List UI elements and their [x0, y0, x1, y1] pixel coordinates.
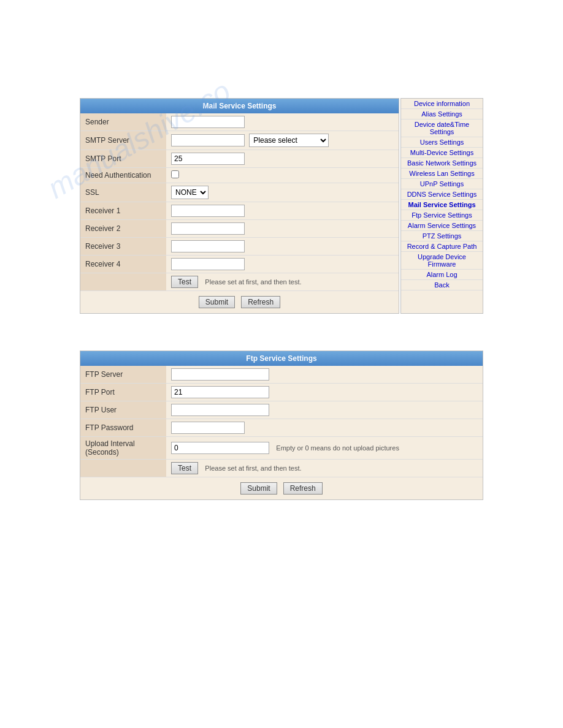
receiver2-value-cell: [166, 220, 399, 238]
sidebar-item-datetime-settings[interactable]: Device date&Time Settings: [401, 119, 483, 137]
need-auth-checkbox[interactable]: [171, 170, 179, 178]
ftp-port-row: FTP Port: [80, 384, 483, 401]
smtp-port-value-cell: [166, 150, 399, 168]
ftp-password-label: FTP Password: [80, 419, 166, 437]
receiver2-input[interactable]: [171, 222, 245, 235]
upload-interval-input[interactable]: [171, 442, 269, 454]
mail-refresh-button[interactable]: Refresh: [241, 296, 280, 308]
ssl-select[interactable]: NONE SSL TLS: [171, 186, 209, 199]
ftp-user-value-cell: [166, 401, 483, 419]
ftp-panel-title: Ftp Service Settings: [80, 351, 483, 366]
ftp-port-value-cell: [166, 384, 483, 401]
ftp-test-cell: Test Please set at first, and then test.: [166, 460, 483, 477]
ftp-settings-panel: Ftp Service Settings FTP Server FTP Port: [80, 351, 483, 500]
sidebar-item-ftp-service[interactable]: Ftp Service Settings: [401, 210, 483, 221]
sidebar-item-alias-settings[interactable]: Alias Settings: [401, 109, 483, 119]
ftp-password-value-cell: [166, 419, 483, 437]
ftp-port-input[interactable]: [171, 386, 269, 398]
smtp-server-select[interactable]: Please select: [249, 134, 329, 147]
receiver4-input[interactable]: [171, 258, 245, 270]
mail-submit-button[interactable]: Submit: [199, 296, 235, 308]
sender-label: Sender: [80, 113, 166, 131]
ftp-section: Ftp Service Settings FTP Server FTP Port: [80, 351, 483, 500]
ftp-server-label: FTP Server: [80, 366, 166, 384]
receiver3-input[interactable]: [171, 240, 245, 252]
receiver3-row: Receiver 3: [80, 238, 399, 256]
ftp-server-value-cell: [166, 366, 483, 384]
mail-test-cell: Test Please set at first, and then test.: [166, 273, 399, 291]
ftp-test-note: Please set at first, and then test.: [205, 464, 301, 472]
smtp-server-value-cell: Please select: [166, 131, 399, 150]
receiver3-label: Receiver 3: [80, 238, 166, 256]
sidebar-item-upgrade-firmware[interactable]: Upgrade Device Firmware: [401, 252, 483, 270]
upload-interval-row: Upload Interval (Seconds) Empty or 0 mea…: [80, 437, 483, 460]
ftp-user-input[interactable]: [171, 404, 269, 416]
ftp-user-label: FTP User: [80, 401, 166, 419]
receiver1-label: Receiver 1: [80, 202, 166, 220]
sidebar-item-upnp[interactable]: UPnP Settings: [401, 179, 483, 189]
upload-note: Empty or 0 means do not upload pictures: [276, 444, 399, 452]
sidebar-item-alarm-service[interactable]: Alarm Service Settings: [401, 221, 483, 231]
mail-button-row: Submit Refresh: [80, 291, 399, 313]
smtp-port-row: SMTP Port: [80, 150, 399, 168]
sender-value-cell: [166, 113, 399, 131]
need-auth-value-cell: [166, 168, 399, 183]
receiver1-row: Receiver 1: [80, 202, 399, 220]
sidebar-item-back[interactable]: Back: [401, 280, 483, 290]
receiver2-row: Receiver 2: [80, 220, 399, 238]
ftp-test-button[interactable]: Test: [171, 462, 198, 474]
sidebar-item-users-settings[interactable]: Users Settings: [401, 137, 483, 148]
sidebar-item-mail-service[interactable]: Mail Service Settings: [401, 200, 483, 210]
sidebar-item-device-information[interactable]: Device information: [401, 99, 483, 109]
smtp-server-input[interactable]: [171, 134, 245, 146]
sidebar-item-basic-network[interactable]: Basic Network Settings: [401, 158, 483, 169]
ftp-password-input[interactable]: [171, 422, 245, 434]
ftp-button-row: Submit Refresh: [80, 477, 483, 499]
top-section: Mail Service Settings Sender SMTP Server: [80, 98, 483, 314]
receiver1-value-cell: [166, 202, 399, 220]
mail-panel-title: Mail Service Settings: [80, 99, 399, 113]
ftp-refresh-button[interactable]: Refresh: [283, 482, 323, 495]
receiver4-label: Receiver 4: [80, 256, 166, 273]
ftp-password-row: FTP Password: [80, 419, 483, 437]
smtp-server-label: SMTP Server: [80, 131, 166, 150]
sidebar: Device information Alias Settings Device…: [400, 98, 483, 314]
ftp-test-row: Test Please set at first, and then test.: [80, 460, 483, 477]
mail-test-row: Test Please set at first, and then test.: [80, 273, 399, 291]
ftp-server-input[interactable]: [171, 368, 269, 381]
ftp-test-empty-cell: [80, 460, 166, 477]
mail-form-table: Sender SMTP Server Please select: [80, 113, 399, 291]
sidebar-item-ptz[interactable]: PTZ Settings: [401, 231, 483, 241]
sender-input[interactable]: [171, 116, 245, 128]
sidebar-item-record-capture[interactable]: Record & Capture Path: [401, 241, 483, 252]
mail-test-empty-cell: [80, 273, 166, 291]
ssl-row: SSL NONE SSL TLS: [80, 183, 399, 202]
sidebar-item-multi-device[interactable]: Multi-Device Settings: [401, 148, 483, 158]
receiver4-row: Receiver 4: [80, 256, 399, 273]
ssl-value-cell: NONE SSL TLS: [166, 183, 399, 202]
ftp-submit-button[interactable]: Submit: [240, 482, 277, 495]
mail-test-button[interactable]: Test: [171, 276, 198, 288]
smtp-port-input[interactable]: [171, 153, 245, 165]
need-auth-row: Need Authentication: [80, 168, 399, 183]
receiver2-label: Receiver 2: [80, 220, 166, 238]
receiver1-input[interactable]: [171, 205, 245, 217]
smtp-server-row: SMTP Server Please select: [80, 131, 399, 150]
sidebar-item-ddns[interactable]: DDNS Service Settings: [401, 189, 483, 200]
ftp-server-row: FTP Server: [80, 366, 483, 384]
upload-interval-label: Upload Interval (Seconds): [80, 437, 166, 460]
sidebar-item-wireless-lan[interactable]: Wireless Lan Settings: [401, 169, 483, 179]
ftp-port-label: FTP Port: [80, 384, 166, 401]
receiver3-value-cell: [166, 238, 399, 256]
mail-test-note: Please set at first, and then test.: [205, 278, 301, 286]
receiver4-value-cell: [166, 256, 399, 273]
sender-row: Sender: [80, 113, 399, 131]
need-auth-label: Need Authentication: [80, 168, 166, 183]
sidebar-item-alarm-log[interactable]: Alarm Log: [401, 270, 483, 280]
upload-interval-value-cell: Empty or 0 means do not upload pictures: [166, 437, 483, 460]
ssl-label: SSL: [80, 183, 166, 202]
smtp-port-label: SMTP Port: [80, 150, 166, 168]
ftp-form-table: FTP Server FTP Port FTP User: [80, 366, 483, 477]
ftp-user-row: FTP User: [80, 401, 483, 419]
mail-settings-panel: Mail Service Settings Sender SMTP Server: [80, 98, 399, 314]
